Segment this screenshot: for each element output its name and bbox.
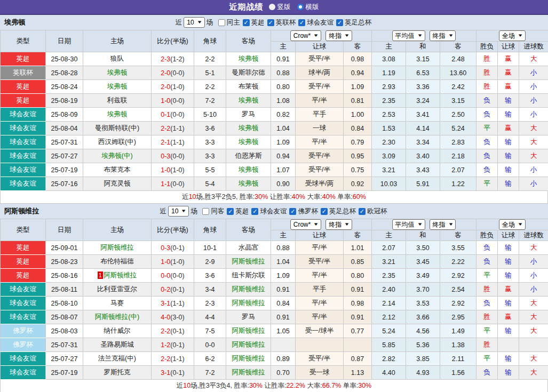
away-team[interactable]: 阿斯顿维拉: [232, 355, 265, 362]
score-cell: 1-2(0-1): [152, 338, 194, 352]
home-team[interactable]: 西汉姆联(中): [98, 138, 136, 146]
radio-circle-icon[interactable]: [269, 4, 275, 10]
league-checkbox[interactable]: ✓: [227, 208, 234, 215]
league-checkbox-label[interactable]: 球会友谊: [307, 18, 333, 27]
final-odds-select[interactable]: 终指▼: [325, 219, 352, 230]
avg-away-odds: 2.92: [440, 297, 476, 310]
radio-horizontal-layout[interactable]: 横版: [297, 3, 319, 12]
home-team[interactable]: 比利亚雷亚尔: [97, 285, 137, 293]
same-venue-label[interactable]: 同客: [211, 207, 224, 216]
result-wdl: 胜: [476, 310, 498, 324]
home-team[interactable]: 埃弗顿(中): [101, 152, 132, 159]
league-checkbox[interactable]: ✓: [298, 19, 305, 26]
avg-home-odds: 3.09: [372, 149, 406, 163]
home-team[interactable]: 利兹联: [107, 97, 128, 104]
final-odds-select[interactable]: 终指▼: [430, 219, 456, 230]
away-team[interactable]: 阿斯顿维拉: [232, 258, 265, 265]
corner-score: 3-6: [194, 269, 226, 283]
avg-draw-odds: 4.93: [406, 366, 440, 380]
league-checkbox[interactable]: ✓: [289, 208, 296, 215]
away-odds: 0.98: [344, 297, 372, 310]
home-team[interactable]: 罗斯托克: [104, 369, 131, 376]
same-venue-checkbox[interactable]: [218, 19, 225, 26]
away-team[interactable]: 曼斯菲尔德: [232, 69, 265, 76]
away-team[interactable]: 罗马: [242, 313, 255, 321]
final-odds-select[interactable]: 终指▼: [430, 30, 456, 41]
away-team[interactable]: 埃弗顿: [239, 97, 259, 104]
home-team-cell: 阿斯顿维拉: [83, 241, 152, 255]
home-team[interactable]: 阿斯顿维拉: [104, 271, 137, 279]
league-checkbox-label[interactable]: 佛罗杯: [298, 207, 318, 216]
average-select[interactable]: 平均值▼: [392, 219, 425, 230]
league-checkbox[interactable]: ✓: [321, 208, 328, 215]
same-venue-label[interactable]: 同主: [227, 18, 240, 27]
home-team[interactable]: 阿斯顿维拉(中): [95, 313, 139, 321]
result-goals: 小: [519, 177, 548, 191]
home-team[interactable]: 曼彻斯特联(中): [95, 124, 139, 132]
league-checkbox-label[interactable]: 球会友谊: [260, 207, 287, 216]
home-team[interactable]: 布伦特福德: [100, 258, 134, 265]
odds-source-select[interactable]: Crow*▼: [290, 30, 322, 41]
odds-source-select[interactable]: Crow*▼: [290, 219, 322, 230]
away-team-cell: 水晶宫: [226, 241, 271, 255]
league-checkbox[interactable]: ✓: [251, 208, 258, 215]
full-match-select[interactable]: 全场▼: [499, 30, 526, 41]
league-checkbox-label[interactable]: 欧冠杯: [367, 207, 387, 216]
home-team[interactable]: 阿斯顿维拉: [100, 244, 134, 251]
final-odds-select[interactable]: 终指▼: [325, 30, 352, 41]
away-team-cell: 埃弗顿: [226, 94, 271, 108]
same-venue-checkbox[interactable]: [202, 208, 209, 215]
radio-vertical-label[interactable]: 竖版: [277, 3, 291, 12]
away-team-cell: 埃弗顿: [226, 163, 271, 177]
corner-score: 2-3: [194, 297, 226, 310]
recent-games-select[interactable]: 10▼: [184, 17, 204, 28]
league-checkbox[interactable]: ✓: [267, 19, 274, 26]
league-checkbox-label[interactable]: 英超: [235, 207, 249, 216]
radio-circle-selected-icon[interactable]: [297, 4, 304, 10]
away-team[interactable]: 埃弗顿: [239, 138, 259, 146]
home-team[interactable]: 法兰克福(中): [98, 355, 136, 362]
league-checkbox[interactable]: ✓: [243, 19, 250, 26]
league-checkbox-label[interactable]: 英超: [251, 18, 265, 27]
radio-vertical-layout[interactable]: 竖版: [269, 3, 291, 12]
away-team[interactable]: 阿斯顿维拉: [232, 327, 265, 334]
col-header-4: 角球: [194, 219, 226, 241]
league-checkbox-label[interactable]: 英足总杯: [345, 18, 371, 27]
away-team[interactable]: 伯恩茅斯: [235, 152, 262, 159]
match-date: 25-07-19: [46, 366, 83, 380]
away-team[interactable]: 埃弗顿: [239, 55, 259, 62]
away-team[interactable]: 阿斯顿维拉: [232, 341, 265, 348]
league-badge: 球会友谊: [1, 177, 46, 191]
home-team[interactable]: 纳什威尔: [104, 327, 131, 334]
full-match-select[interactable]: 全场▼: [499, 219, 526, 230]
away-team[interactable]: 埃弗顿: [239, 180, 259, 187]
league-checkbox-label[interactable]: 英联杯: [276, 18, 296, 27]
away-team[interactable]: 埃弗顿: [239, 166, 259, 173]
home-team[interactable]: 埃弗顿: [107, 110, 128, 118]
away-team[interactable]: 布莱顿: [239, 83, 259, 90]
home-team[interactable]: 圣路易斯城: [100, 341, 134, 348]
away-team[interactable]: 水晶宫: [239, 244, 259, 251]
average-select[interactable]: 平均值▼: [392, 30, 425, 41]
league-checkbox[interactable]: ✓: [359, 208, 366, 215]
away-team[interactable]: 埃弗顿: [239, 124, 259, 132]
avg-draw-odds: 3.41: [406, 108, 440, 122]
radio-horizontal-label[interactable]: 横版: [306, 3, 319, 12]
recent-games-select[interactable]: 10▼: [168, 206, 189, 217]
league-checkbox-label[interactable]: 英足总杯: [329, 207, 356, 216]
home-team[interactable]: 埃弗顿: [107, 69, 128, 76]
away-team[interactable]: 阿斯顿维拉: [232, 299, 265, 307]
away-team[interactable]: 阿斯顿维拉: [232, 369, 265, 376]
away-team[interactable]: 纽卡斯尔联: [232, 271, 265, 279]
home-team[interactable]: 埃弗顿: [107, 83, 128, 90]
home-team[interactable]: 布莱克本: [104, 166, 131, 173]
home-team[interactable]: 狼队: [110, 55, 124, 62]
league-checkbox[interactable]: ✓: [336, 19, 343, 26]
home-team[interactable]: 马赛: [110, 299, 124, 307]
home-odds: 0.82: [271, 108, 296, 122]
team-section: 阿斯顿维拉近10▼场 同客✓英超✓球会友谊✓佛罗杯✓英足总杯✓欧冠杯类型日期主场…: [0, 204, 548, 392]
full-time-score: 0-3: [161, 153, 170, 160]
home-team[interactable]: 阿克灵顿: [104, 180, 131, 187]
away-team[interactable]: 罗马: [242, 110, 255, 118]
away-team[interactable]: 阿斯顿维拉: [232, 285, 265, 293]
